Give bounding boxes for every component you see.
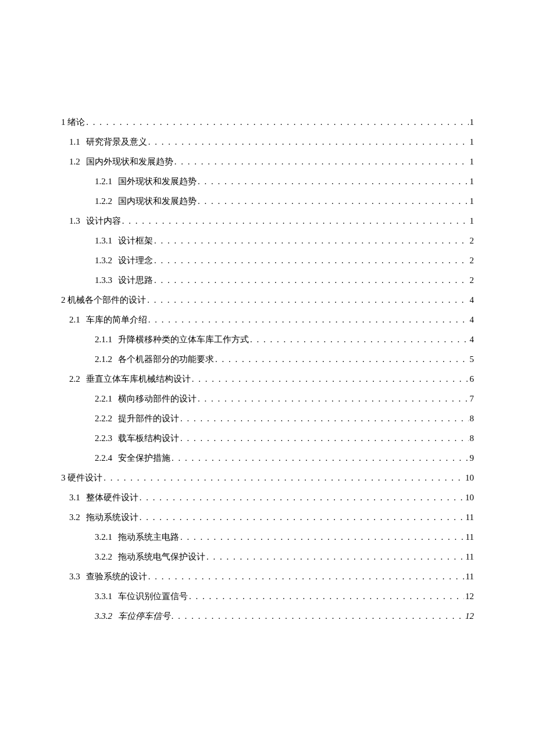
toc-entry-number: 2.1.1: [95, 334, 112, 346]
toc-entry: 3.1整体硬件设计10: [69, 492, 474, 504]
toc-page: 1 绪论11.1研究背景及意义11.2国内外现状和发展趋势11.2.1国外现状和…: [0, 0, 535, 622]
toc-entry-title: 设计思路: [118, 274, 153, 286]
toc-entry-title: 车库的简单介绍: [86, 314, 147, 326]
toc-entry-title: 升降横移种类的立体车库工作方式: [118, 334, 249, 346]
toc-entry-number: 3.3.2: [95, 610, 112, 622]
toc-entry-title: 研究背景及意义: [86, 136, 147, 148]
toc-entry-page: 1: [470, 175, 475, 188]
toc-leader-dots: [140, 492, 464, 504]
toc-leader-dots: [215, 353, 469, 366]
toc-entry-title: 设计内容: [86, 215, 121, 227]
toc-leader-dots: [154, 274, 469, 286]
toc-leader-dots: [172, 452, 469, 464]
toc-entry-title: 查验系统的设计: [86, 571, 147, 583]
toc-leader-dots: [148, 571, 465, 583]
toc-entry: 1.1研究背景及意义1: [69, 136, 474, 148]
toc-entry-page: 8: [470, 413, 475, 425]
toc-entry-page: 10: [465, 472, 474, 484]
toc-entry-number: 1.2: [69, 156, 80, 168]
toc-entry-page: 1: [470, 215, 475, 227]
toc-entry-page: 1: [470, 116, 475, 128]
toc-leader-dots: [192, 373, 469, 385]
toc-entry-page: 11: [466, 511, 474, 524]
toc-leader-dots: [180, 432, 469, 445]
toc-leader-dots: [250, 334, 469, 346]
toc-entry-page: 2: [470, 255, 475, 267]
toc-entry: 2.2.2提升部件的设计8: [95, 413, 474, 425]
toc-entry: 1.3.1设计框架2: [95, 235, 474, 247]
toc-entry-number: 2.2.1: [95, 393, 112, 405]
toc-entry-number: 2.1: [69, 314, 80, 326]
toc-entry: 1.2国内外现状和发展趋势1: [69, 156, 474, 168]
toc-entry-title: 整体硬件设计: [86, 492, 138, 504]
toc-entry: 2.1.2各个机器部分的功能要求5: [95, 353, 474, 366]
toc-entry-number: 1.3: [69, 215, 80, 227]
toc-entry-page: 8: [470, 432, 475, 445]
toc-entry-page: 2: [470, 235, 475, 247]
toc-entry-title: 各个机器部分的功能要求: [118, 353, 214, 366]
toc-entry: 1.2.1国外现状和发展趋势1: [95, 175, 474, 188]
toc-entry: 1.2.2国内现状和发展趋势1: [95, 195, 474, 207]
toc-leader-dots: [189, 590, 464, 603]
toc-leader-dots: [122, 215, 469, 227]
toc-entry-title: 国外现状和发展趋势: [118, 175, 197, 188]
toc-entry-title: 拖动系统主电路: [118, 531, 179, 543]
toc-entry: 1.3设计内容1: [69, 215, 474, 227]
table-of-contents: 1 绪论11.1研究背景及意义11.2国内外现状和发展趋势11.2.1国外现状和…: [61, 116, 474, 622]
toc-leader-dots: [140, 511, 465, 524]
toc-entry-title: 3 硬件设计: [61, 472, 102, 484]
toc-entry-page: 11: [466, 571, 474, 583]
toc-entry-page: 2: [470, 274, 475, 286]
toc-entry: 3.3查验系统的设计11: [69, 571, 474, 583]
toc-entry-number: 3.3.1: [95, 590, 112, 603]
toc-entry-page: 5: [470, 353, 475, 366]
toc-leader-dots: [198, 195, 469, 207]
toc-leader-dots: [147, 294, 468, 306]
toc-entry-title: 提升部件的设计: [118, 413, 179, 425]
toc-entry: 1.3.3设计思路2: [95, 274, 474, 286]
toc-entry-page: 10: [465, 492, 474, 504]
toc-entry-number: 3.2: [69, 511, 80, 524]
toc-entry-number: 3.2.1: [95, 531, 112, 543]
toc-entry-page: 7: [470, 393, 475, 405]
toc-leader-dots: [180, 531, 465, 543]
toc-entry-number: 1.2.2: [95, 195, 112, 207]
toc-entry: 3.2拖动系统设计11: [69, 511, 474, 524]
toc-entry: 3.2.2拖动系统电气保护设计11: [95, 551, 474, 563]
toc-leader-dots: [172, 610, 464, 622]
toc-entry-number: 2.2.2: [95, 413, 112, 425]
toc-entry: 2.1车库的简单介绍4: [69, 314, 474, 326]
toc-entry-title: 设计框架: [118, 235, 153, 247]
toc-entry: 2 机械各个部件的设计4: [61, 294, 474, 306]
toc-entry-title: 车位停车信号: [118, 610, 170, 622]
toc-entry-number: 2.2.3: [95, 432, 112, 445]
toc-entry: 3.2.1拖动系统主电路11: [95, 531, 474, 543]
toc-entry-page: 1: [470, 195, 475, 207]
toc-entry-title: 2 机械各个部件的设计: [61, 294, 146, 306]
toc-entry-page: 9: [470, 452, 475, 464]
toc-entry-number: 1.3.3: [95, 274, 112, 286]
toc-entry-title: 1 绪论: [61, 116, 85, 128]
toc-entry-page: 11: [466, 531, 474, 543]
toc-leader-dots: [180, 413, 469, 425]
toc-entry-page: 6: [470, 373, 475, 385]
toc-entry-number: 3.2.2: [95, 551, 112, 563]
toc-entry-title: 垂直立体车库机械结构设计: [86, 373, 191, 385]
toc-entry-number: 2.1.2: [95, 353, 112, 366]
toc-entry-page: 4: [470, 334, 475, 346]
toc-leader-dots: [198, 393, 469, 405]
toc-entry-number: 3.1: [69, 492, 80, 504]
toc-entry-title: 载车板结构设计: [118, 432, 179, 445]
toc-entry-title: 国内外现状和发展趋势: [86, 156, 173, 168]
toc-entry-number: 1.3.2: [95, 255, 112, 267]
toc-entry-page: 12: [465, 590, 474, 603]
toc-leader-dots: [154, 235, 469, 247]
toc-entry-title: 设计理念: [118, 255, 153, 267]
toc-entry: 2.2.3载车板结构设计8: [95, 432, 474, 445]
toc-entry-title: 国内现状和发展趋势: [118, 195, 197, 207]
toc-leader-dots: [154, 255, 469, 267]
toc-entry-page: 12: [465, 610, 474, 622]
toc-entry: 2.2.4安全保护措施9: [95, 452, 474, 464]
toc-entry-title: 安全保护措施: [118, 452, 170, 464]
toc-entry: 3 硬件设计10: [61, 472, 474, 484]
